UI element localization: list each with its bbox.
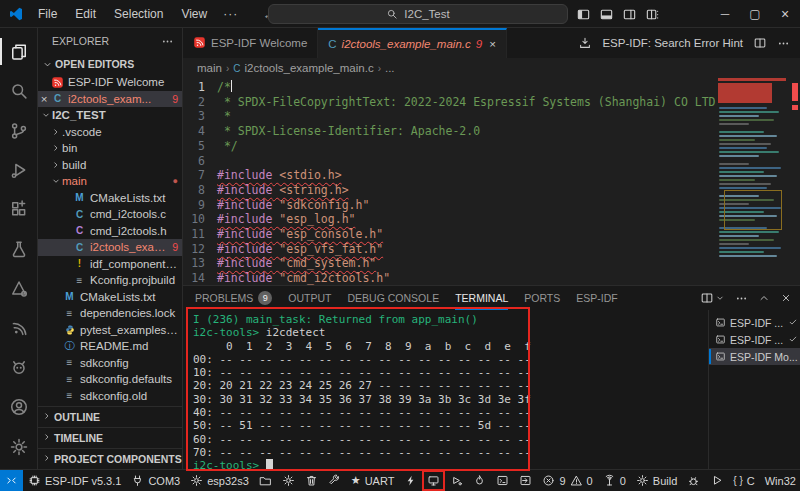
layout-panel-icon[interactable] <box>599 7 614 22</box>
tree-item-pytest-examples-i2c-to-[interactable]: pytest_examples_i2c_to... <box>38 322 182 339</box>
status-monitor[interactable] <box>422 470 445 491</box>
menu-selection[interactable]: Selection <box>106 4 171 24</box>
status-run[interactable] <box>705 470 728 491</box>
panel-tab-terminal[interactable]: TERMINAL <box>455 286 508 310</box>
code-editor[interactable]: 1/*2 * SPDX-FileCopyrightText: 2022-2024… <box>183 78 800 285</box>
tree-item-dependencies-lock[interactable]: ≡dependencies.lock <box>38 305 182 322</box>
status-espidf-version[interactable]: ESP-IDF v5.3.1 <box>23 470 126 491</box>
maximize-panel-icon[interactable] <box>758 292 770 304</box>
section-outline[interactable]: OUTLINE <box>38 406 182 427</box>
status-flash-method[interactable]: ★UART <box>346 470 400 491</box>
close-panel-icon[interactable] <box>780 292 792 304</box>
tree-item-cmakelists-txt[interactable]: MCMakeLists.txt <box>38 190 182 207</box>
tree-item-cmd-i2ctools-c[interactable]: Ccmd_i2ctools.c <box>38 206 182 223</box>
panel-more-icon[interactable] <box>735 292 748 305</box>
close-editor-icon[interactable]: × <box>38 93 50 105</box>
terminal-instance[interactable]: ESP-IDF Mo... <box>709 348 800 365</box>
status-idf-terminal[interactable] <box>491 470 514 491</box>
tree-item-sdkconfig-defaults[interactable]: ≡sdkconfig.defaults <box>38 371 182 388</box>
layout-sidebar-left-icon[interactable] <box>576 7 591 22</box>
close-tab-icon[interactable]: × <box>489 38 496 50</box>
panel-tab-esp-idf[interactable]: ESP-IDF <box>576 286 617 310</box>
breadcrumb[interactable]: main›Ci2ctools_example_main.c›... <box>183 58 800 78</box>
sidebar-more-icon[interactable] <box>161 35 174 48</box>
menu-edit[interactable]: Edit <box>67 4 104 24</box>
minimap[interactable] <box>716 78 790 285</box>
activity-run-debug[interactable] <box>0 150 38 189</box>
status-remote[interactable] <box>0 470 23 491</box>
terminal-instance[interactable]: ESP-IDF ... <box>709 331 800 348</box>
tree-item-bin[interactable]: bin <box>38 140 182 157</box>
tree-item-build[interactable]: build <box>38 157 182 174</box>
install-icon[interactable] <box>578 36 592 50</box>
minimize-button[interactable]: ─ <box>710 0 740 28</box>
tree-item-readme-md[interactable]: ⓘREADME.md <box>38 338 182 355</box>
chevron-down-icon[interactable] <box>715 293 725 303</box>
search-error-hint-action[interactable]: ESP-IDF: Search Error Hint <box>602 37 743 49</box>
tree-item-i2ctools-example-[interactable]: Ci2ctools_example...9 <box>38 239 182 256</box>
status-problems[interactable]: 90 <box>537 470 597 491</box>
activity-testing[interactable] <box>0 229 38 268</box>
tree-item--vscode[interactable]: .vscode <box>38 124 182 141</box>
menu-view[interactable]: View <box>173 4 215 24</box>
open-editor-item[interactable]: ×Ci2ctools_exam...9 <box>38 91 182 108</box>
status-platform[interactable]: Win32 <box>760 470 800 491</box>
menu-file[interactable]: File <box>30 4 65 24</box>
split-terminal-icon[interactable] <box>700 291 714 305</box>
activity-espressif-ide[interactable] <box>0 308 38 347</box>
status-openocd[interactable] <box>682 470 705 491</box>
maximize-button[interactable]: ▢ <box>740 0 770 28</box>
activity-espidf-device[interactable] <box>0 348 38 387</box>
menu-more[interactable]: ··· <box>217 4 244 24</box>
status-flash-type[interactable] <box>254 470 277 491</box>
tree-item-i2c-test[interactable]: I2C_TEST <box>38 107 182 124</box>
editor-tab[interactable]: Ci2ctools_example_main.c9× <box>318 28 507 58</box>
command-center-search[interactable]: I2C_Test <box>268 4 568 24</box>
layout-sidebar-right-icon[interactable] <box>622 7 637 22</box>
editor-tab[interactable]: ESP-IDF Welcome <box>183 28 318 58</box>
breadcrumb-item[interactable]: ... <box>385 62 395 74</box>
panel-tab-problems[interactable]: PROBLEMS9 <box>195 286 272 310</box>
status-flash[interactable] <box>399 470 422 491</box>
status-ports-forwarded[interactable]: 0 <box>598 470 631 491</box>
panel-tab-output[interactable]: OUTPUT <box>288 286 331 310</box>
status-build-task[interactable]: Build <box>631 470 682 491</box>
activity-extensions[interactable] <box>0 190 38 229</box>
status-serial-port[interactable]: COM3 <box>126 470 185 491</box>
tree-item-kconfig-projbuild[interactable]: ≡Kconfig.projbuild <box>38 272 182 289</box>
status-full-clean[interactable] <box>300 470 323 491</box>
section-timeline[interactable]: TIMELINE <box>38 427 182 448</box>
close-button[interactable]: × <box>770 0 800 28</box>
status-custom-task[interactable] <box>323 470 346 491</box>
open-editor-item[interactable]: ESP-IDF Welcome <box>38 74 182 91</box>
panel-tab-ports[interactable]: PORTS <box>524 286 560 310</box>
tree-item-cmakelists-txt[interactable]: MCMakeLists.txt <box>38 289 182 306</box>
overview-ruler[interactable] <box>790 78 800 285</box>
layout-custom-icon[interactable] <box>645 7 660 22</box>
tree-item-sdkconfig[interactable]: ≡sdkconfig <box>38 355 182 372</box>
status-menuconfig[interactable] <box>277 470 300 491</box>
activity-source-control[interactable] <box>0 111 38 150</box>
status-debug[interactable] <box>445 470 468 491</box>
status-commands[interactable] <box>514 470 537 491</box>
activity-account[interactable] <box>0 387 38 427</box>
tree-item-main[interactable]: main● <box>38 173 182 190</box>
open-editors-header[interactable]: OPEN EDITORS <box>38 54 182 74</box>
tree-item-cmd-i2ctools-h[interactable]: Ccmd_i2ctools.h <box>38 223 182 240</box>
breadcrumb-item[interactable]: main <box>197 62 222 74</box>
split-editor-icon[interactable] <box>753 36 767 50</box>
more-actions-icon[interactable] <box>777 37 790 50</box>
activity-explorer[interactable] <box>0 32 38 71</box>
tree-item-idf-component-yml[interactable]: !idf_component.yml <box>38 256 182 273</box>
section-project-components[interactable]: PROJECT COMPONENTS <box>38 448 182 469</box>
terminal-instance[interactable]: ESP-IDF ... <box>709 314 800 331</box>
panel-tab-debug-console[interactable]: DEBUG CONSOLE <box>348 286 440 310</box>
activity-search[interactable] <box>0 71 38 110</box>
status-device-target[interactable]: esp32s3 <box>185 470 254 491</box>
status-qemu[interactable] <box>468 470 491 491</box>
status-language-mode[interactable]: { }C <box>728 470 759 491</box>
activity-settings[interactable] <box>0 427 38 467</box>
activity-espidf-explorer[interactable] <box>0 269 38 308</box>
breadcrumb-item[interactable]: i2ctools_example_main.c <box>245 62 374 74</box>
tree-item-sdkconfig-old[interactable]: ≡sdkconfig.old <box>38 388 182 405</box>
